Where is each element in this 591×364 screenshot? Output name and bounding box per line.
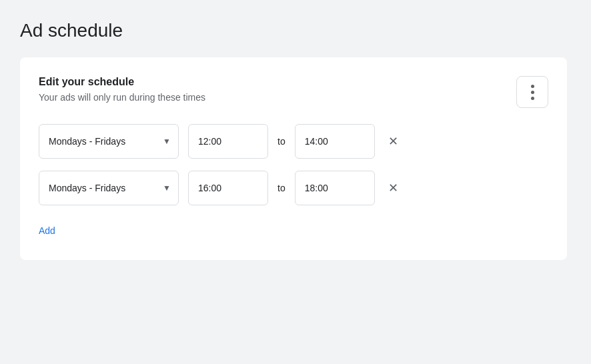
card-header: Edit your schedule Your ads will only ru… [39, 76, 548, 108]
page-title: Ad schedule [20, 20, 571, 41]
day-select-wrapper-2: Every dayMondays - FridaysSaturdays - Su… [39, 171, 179, 205]
remove-row-button-2[interactable]: ✕ [384, 179, 402, 197]
to-label-2: to [277, 183, 285, 193]
end-time-input-1[interactable] [295, 124, 375, 159]
schedule-row-1: Every dayMondays - FridaysSaturdays - Su… [39, 124, 548, 159]
schedule-rows-container: Every dayMondays - FridaysSaturdays - Su… [39, 124, 548, 205]
more-options-icon [531, 85, 534, 100]
card-header-text: Edit your schedule Your ads will only ru… [39, 76, 205, 103]
card-title: Edit your schedule [39, 76, 205, 88]
card-subtitle: Your ads will only run during these time… [39, 92, 205, 103]
end-time-input-2[interactable] [295, 171, 375, 205]
day-select-2[interactable]: Every dayMondays - FridaysSaturdays - Su… [39, 171, 179, 205]
schedule-card: Edit your schedule Your ads will only ru… [20, 57, 567, 260]
to-label-1: to [277, 136, 285, 147]
start-time-input-1[interactable] [188, 124, 268, 159]
schedule-row-2: Every dayMondays - FridaysSaturdays - Su… [39, 171, 548, 205]
day-select-1[interactable]: Every dayMondays - FridaysSaturdays - Su… [39, 124, 179, 159]
start-time-input-2[interactable] [188, 171, 268, 205]
add-schedule-button[interactable]: Add [39, 220, 55, 241]
day-select-wrapper-1: Every dayMondays - FridaysSaturdays - Su… [39, 124, 179, 159]
more-options-button[interactable] [516, 76, 548, 108]
remove-row-button-1[interactable]: ✕ [384, 133, 402, 150]
